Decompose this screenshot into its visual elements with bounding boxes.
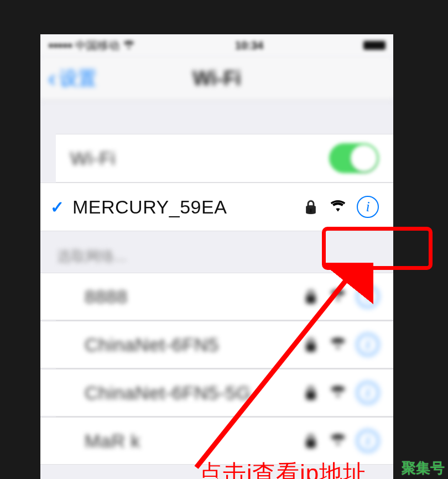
wifi-signal-icon — [330, 386, 346, 400]
lock-icon — [303, 433, 319, 449]
network-row[interactable]: ChinaNet-6FN5 i — [40, 321, 393, 368]
lock-icon — [303, 385, 319, 400]
nav-bar: ‹ 设置 Wi-Fi — [40, 56, 393, 101]
network-ssid: ChinaNet-6FN5 — [85, 334, 303, 356]
wifi-signal-icon — [330, 337, 346, 352]
wifi-status-icon — [123, 39, 135, 52]
info-icon[interactable]: i — [357, 430, 379, 452]
network-ssid: MaR k — [85, 430, 303, 452]
wifi-toggle-switch[interactable] — [329, 143, 379, 173]
status-bar: ●●●●● 中国移动 10:34 — [40, 34, 393, 56]
wifi-toggle-label: Wi-Fi — [70, 148, 329, 169]
connected-ssid: MERCURY_59EA — [72, 196, 303, 218]
lock-icon — [303, 337, 319, 352]
info-icon[interactable]: i — [357, 285, 379, 308]
connected-icons: i — [303, 196, 379, 218]
network-icons: i — [303, 334, 379, 356]
wifi-signal-icon — [330, 200, 346, 214]
back-label: 设置 — [59, 66, 97, 91]
network-row[interactable]: ChinaNet-6FN5-5G i — [40, 369, 393, 416]
carrier-label: 中国移动 — [75, 38, 119, 53]
network-icons: i — [303, 285, 379, 308]
lock-icon — [303, 199, 319, 215]
battery-icon — [363, 41, 386, 50]
network-ssid: 8888 — [85, 286, 303, 308]
network-row[interactable]: 8888 i — [40, 273, 393, 320]
connected-network-row[interactable]: ✓ MERCURY_59EA i — [40, 183, 393, 231]
choose-network-header: 选取网络... — [40, 231, 393, 273]
network-icons: i — [303, 382, 379, 404]
info-icon[interactable]: i — [357, 334, 379, 356]
network-icons: i — [303, 430, 379, 452]
status-time: 10:34 — [235, 39, 263, 52]
chevron-left-icon: ‹ — [48, 67, 56, 90]
info-icon[interactable]: i — [357, 382, 379, 404]
wifi-toggle-row: Wi-Fi — [56, 134, 393, 183]
network-ssid: ChinaNet-6FN5-5G — [85, 382, 303, 404]
wifi-signal-icon — [330, 289, 346, 304]
info-icon[interactable]: i — [357, 196, 379, 218]
signal-dots-icon: ●●●●● — [48, 40, 72, 50]
section-gap — [40, 101, 393, 134]
phone-screen: ●●●●● 中国移动 10:34 ‹ 设置 Wi-Fi Wi-Fi ✓ MERC… — [40, 34, 393, 479]
network-row[interactable]: MaR k i — [40, 417, 393, 465]
wifi-signal-icon — [330, 434, 346, 448]
checkmark-icon: ✓ — [50, 197, 72, 217]
status-right — [363, 41, 386, 50]
back-button[interactable]: ‹ 设置 — [48, 66, 97, 91]
status-left: ●●●●● 中国移动 — [48, 38, 135, 53]
watermark: 聚集号 — [402, 459, 445, 478]
lock-icon — [303, 289, 319, 304]
network-list: 8888 i ChinaNet-6FN5 i ChinaNet-6FN5-5G … — [40, 273, 393, 465]
